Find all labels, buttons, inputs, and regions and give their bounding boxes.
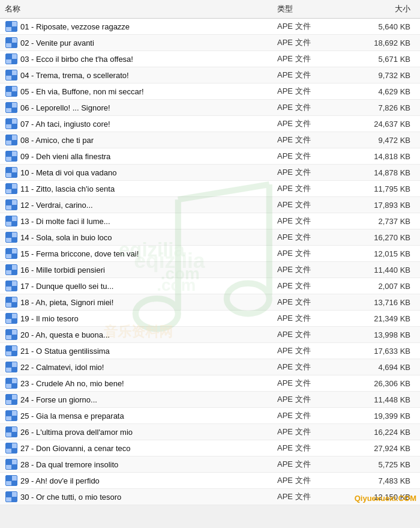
table-row[interactable]: 16 - Mille torbidi pensieri APE 文件 11,44…	[0, 262, 420, 278]
cell-type: APE 文件	[277, 394, 349, 405]
file-icon	[5, 232, 18, 243]
cell-name: 03 - Ecco il birbo che t'ha offesa!	[5, 53, 277, 64]
file-icon	[5, 264, 18, 275]
table-row[interactable]: 02 - Venite pur avanti APE 文件 18,692 KB	[0, 35, 420, 51]
table-row[interactable]: 23 - Crudele Ah no, mio bene! APE 文件 26,…	[0, 375, 420, 392]
file-title: 12 - Verdrai, carino...	[20, 201, 93, 210]
file-title: 07 - Ah taci, ingiusto core!	[20, 120, 110, 129]
file-title: 26 - L'ultima prova dell'amor mio	[20, 428, 133, 437]
cell-name: 25 - Gia la mensa e preparata	[5, 410, 277, 421]
ape-icon	[5, 297, 17, 308]
file-icon	[5, 329, 18, 340]
table-row[interactable]: 25 - Gia la mensa e preparata APE 文件 19,…	[0, 408, 420, 424]
table-row[interactable]: 17 - Dunque quello sei tu... APE 文件 2,00…	[0, 278, 420, 294]
table-row[interactable]: 14 - Sola, sola in buio loco APE 文件 16,2…	[0, 229, 420, 246]
cell-name: 29 - Ah! dov'e il perfido	[5, 475, 277, 486]
cell-name: 14 - Sola, sola in buio loco	[5, 232, 277, 243]
ape-icon	[5, 313, 17, 324]
table-row[interactable]: 22 - Calmatevi, idol mio! APE 文件 4,694 K…	[0, 359, 420, 375]
file-icon	[5, 70, 18, 80]
table-row[interactable]: 09 - Deh vieni alla finestra APE 文件 14,8…	[0, 148, 420, 165]
cell-size: 9,472 KB	[349, 136, 415, 145]
table-row[interactable]: 13 - Di molte faci il lume... APE 文件 2,7…	[0, 213, 420, 229]
ape-icon	[5, 362, 17, 372]
cell-type: APE 文件	[277, 216, 349, 226]
cell-type: APE 文件	[277, 183, 349, 194]
cell-type: APE 文件	[277, 135, 349, 145]
ape-icon	[5, 345, 17, 356]
ape-icon	[5, 151, 17, 162]
ape-icon	[5, 86, 17, 97]
table-row[interactable]: 27 - Don Giovanni, a cenar teco APE 文件 2…	[0, 440, 420, 457]
ape-icon	[5, 264, 17, 275]
cell-type: APE 文件	[277, 345, 349, 356]
table-row[interactable]: 29 - Ah! dov'e il perfido APE 文件 7,483 K…	[0, 473, 420, 489]
table-body: 01 - Riposate, vezzose ragazze APE 文件 5,…	[0, 19, 420, 505]
cell-type: APE 文件	[277, 232, 349, 243]
cell-size: 19,399 KB	[349, 411, 415, 420]
cell-size: 26,306 KB	[349, 379, 415, 388]
file-icon	[5, 248, 18, 259]
cell-size: 9,732 KB	[349, 71, 415, 80]
table-row[interactable]: 03 - Ecco il birbo che t'ha offesa! APE …	[0, 51, 420, 67]
table-row[interactable]: 30 - Or che tutti, o mio tesoro APE 文件 1…	[0, 489, 420, 505]
table-row[interactable]: 06 - Leporello! ... Signore! APE 文件 7,82…	[0, 100, 420, 116]
file-icon	[5, 410, 18, 421]
table-row[interactable]: 20 - Ah, questa e buona... APE 文件 13,998…	[0, 327, 420, 343]
cell-name: 30 - Or che tutti, o mio tesoro	[5, 491, 277, 502]
file-icon	[5, 199, 18, 210]
cell-type: APE 文件	[277, 281, 349, 291]
table-row[interactable]: 24 - Forse un giorno... APE 文件 11,448 KB	[0, 392, 420, 408]
cell-size: 5,725 KB	[349, 460, 415, 469]
table-row[interactable]: 10 - Meta di voi qua vadano APE 文件 14,87…	[0, 165, 420, 181]
ape-icon	[5, 459, 17, 470]
table-row[interactable]: 05 - Eh via, Buffone, non mi seccar! APE…	[0, 83, 420, 100]
cell-size: 13,716 KB	[349, 298, 415, 307]
file-icon	[5, 167, 18, 178]
table-row[interactable]: 11 - Zitto, lascia ch'io senta APE 文件 11…	[0, 181, 420, 197]
ape-icon	[5, 394, 17, 405]
file-icon	[5, 53, 18, 64]
cell-size: 7,483 KB	[349, 476, 415, 485]
cell-size: 2,737 KB	[349, 217, 415, 226]
file-title: 18 - Ah, pieta, Signori miei!	[20, 298, 113, 307]
file-title: 01 - Riposate, vezzose ragazze	[20, 22, 130, 31]
table-row[interactable]: 08 - Amico, che ti par APE 文件 9,472 KB	[0, 132, 420, 148]
file-title: 25 - Gia la mensa e preparata	[20, 411, 124, 420]
cell-size: 11,448 KB	[349, 395, 415, 404]
cell-name: 20 - Ah, questa e buona...	[5, 329, 277, 340]
file-title: 09 - Deh vieni alla finestra	[20, 152, 110, 161]
cell-size: 21,349 KB	[349, 314, 415, 323]
cell-type: APE 文件	[277, 118, 349, 129]
table-row[interactable]: 07 - Ah taci, ingiusto core! APE 文件 24,6…	[0, 116, 420, 132]
table-row[interactable]: 26 - L'ultima prova dell'amor mio APE 文件…	[0, 424, 420, 440]
ape-icon	[5, 281, 17, 291]
cell-type: APE 文件	[277, 362, 349, 372]
cell-name: 11 - Zitto, lascia ch'io senta	[5, 183, 277, 194]
table-row[interactable]: 28 - Da qual tremore insolito APE 文件 5,7…	[0, 457, 420, 473]
cell-name: 19 - Il mio tesoro	[5, 313, 277, 324]
cell-name: 22 - Calmatevi, idol mio!	[5, 362, 277, 372]
table-row[interactable]: 18 - Ah, pieta, Signori miei! APE 文件 13,…	[0, 294, 420, 311]
ape-icon	[5, 248, 17, 259]
table-row[interactable]: 19 - Il mio tesoro APE 文件 21,349 KB	[0, 311, 420, 327]
file-title: 17 - Dunque quello sei tu...	[20, 282, 113, 291]
table-row[interactable]: 01 - Riposate, vezzose ragazze APE 文件 5,…	[0, 19, 420, 35]
cell-name: 09 - Deh vieni alla finestra	[5, 151, 277, 162]
cell-type: APE 文件	[277, 151, 349, 162]
cell-type: APE 文件	[277, 443, 349, 454]
table-row[interactable]: 21 - O Statua gentilissima APE 文件 17,633…	[0, 343, 420, 359]
table-row[interactable]: 04 - Trema, trema, o scellerato! APE 文件 …	[0, 67, 420, 83]
file-icon	[5, 216, 18, 226]
cell-name: 26 - L'ultima prova dell'amor mio	[5, 426, 277, 437]
cell-size: 2,007 KB	[349, 282, 415, 291]
table-row[interactable]: 12 - Verdrai, carino... APE 文件 17,893 KB	[0, 197, 420, 213]
cell-name: 23 - Crudele Ah no, mio bene!	[5, 378, 277, 389]
cell-size: 24,637 KB	[349, 120, 415, 129]
table-row[interactable]: 15 - Ferma briccone, dove ten vai! APE 文…	[0, 246, 420, 262]
ape-icon	[5, 135, 17, 145]
cell-size: 4,629 KB	[349, 87, 415, 96]
file-title: 21 - O Statua gentilissima	[20, 347, 110, 356]
ape-icon	[5, 426, 17, 437]
cell-size: 12,150 KB	[349, 493, 415, 502]
